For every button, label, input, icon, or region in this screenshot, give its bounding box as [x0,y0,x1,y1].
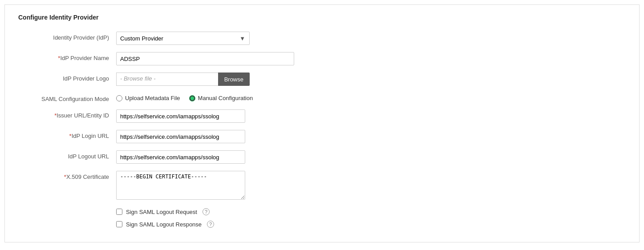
idp-provider-logo-control: - Browse file - Browse [116,73,294,86]
idp-provider-logo-label: IdP Provider Logo [18,73,116,82]
saml-configuration-mode-label: SAML Configuration Mode [18,93,116,102]
idp-provider-name-control [116,52,294,65]
identity-provider-row: Identity Provider (IdP) Custom Provider … [18,32,626,45]
issuer-url-input[interactable] [116,109,245,123]
saml-configuration-mode-row: SAML Configuration Mode Upload Metadata … [18,93,626,102]
x509-certificate-row: *X.509 Certificate -----BEGIN CERTIFICAT… [18,171,626,201]
sign-saml-logout-request-checkbox[interactable] [116,209,122,215]
radio-option-manual[interactable]: Manual Configuration [189,95,253,101]
idp-provider-name-row: *IdP Provider Name [18,52,626,65]
sign-saml-logout-request-help-icon[interactable]: ? [203,208,210,215]
issuer-url-row: *Issuer URL/Entity ID [18,109,626,123]
radio-option-upload[interactable]: Upload Metadata File [116,95,180,101]
sign-saml-logout-response-label: Sign SAML Logout Response [126,221,202,228]
idp-logout-url-input[interactable] [116,150,245,164]
idp-provider-name-input[interactable] [116,52,294,65]
idp-login-url-label: *IdP Login URL [18,130,116,139]
saml-mode-radio-group: Upload Metadata File Manual Configuratio… [116,93,294,101]
idp-logout-url-label: IdP Logout URL [18,150,116,160]
radio-manual-configuration[interactable] [189,95,195,101]
issuer-url-label: *Issuer URL/Entity ID [18,109,116,119]
sign-saml-logout-response-row: Sign SAML Logout Response ? [116,221,626,228]
radio-manual-label: Manual Configuration [198,95,253,101]
identity-provider-label: Identity Provider (IdP) [18,32,116,41]
idp-login-url-input[interactable] [116,130,245,143]
sign-saml-logout-response-checkbox[interactable] [116,221,122,227]
file-input-group: - Browse file - Browse [116,73,250,86]
saml-configuration-mode-control: Upload Metadata File Manual Configuratio… [116,93,294,101]
identity-provider-control: Custom Provider ADFS Okta Azure AD ▼ [116,32,294,45]
idp-provider-logo-row: IdP Provider Logo - Browse file - Browse [18,73,626,86]
radio-upload-label: Upload Metadata File [125,95,180,101]
idp-provider-name-label: *IdP Provider Name [18,52,116,61]
x509-certificate-control: -----BEGIN CERTIFICATE----- [116,171,294,201]
identity-provider-select-wrapper: Custom Provider ADFS Okta Azure AD ▼ [116,32,250,45]
radio-upload-metadata[interactable] [116,95,122,101]
idp-login-url-row: *IdP Login URL [18,130,626,143]
file-browse-placeholder: - Browse file - [116,73,218,86]
browse-file-button[interactable]: Browse [218,73,250,86]
section-title: Configure Identity Provider [18,14,626,24]
identity-provider-select[interactable]: Custom Provider ADFS Okta Azure AD [116,32,250,45]
x509-certificate-textarea[interactable]: -----BEGIN CERTIFICATE----- [116,171,245,200]
x509-certificate-label: *X.509 Certificate [18,171,116,180]
sign-saml-logout-request-label: Sign SAML Logout Request [126,209,197,215]
idp-logout-url-control [116,150,294,164]
configure-identity-provider-section: Configure Identity Provider Identity Pro… [4,4,640,242]
sign-saml-logout-response-help-icon[interactable]: ? [207,221,214,228]
sign-saml-logout-request-row: Sign SAML Logout Request ? [116,208,626,215]
issuer-url-control [116,109,294,123]
idp-login-url-control [116,130,294,143]
idp-logout-url-row: IdP Logout URL [18,150,626,164]
